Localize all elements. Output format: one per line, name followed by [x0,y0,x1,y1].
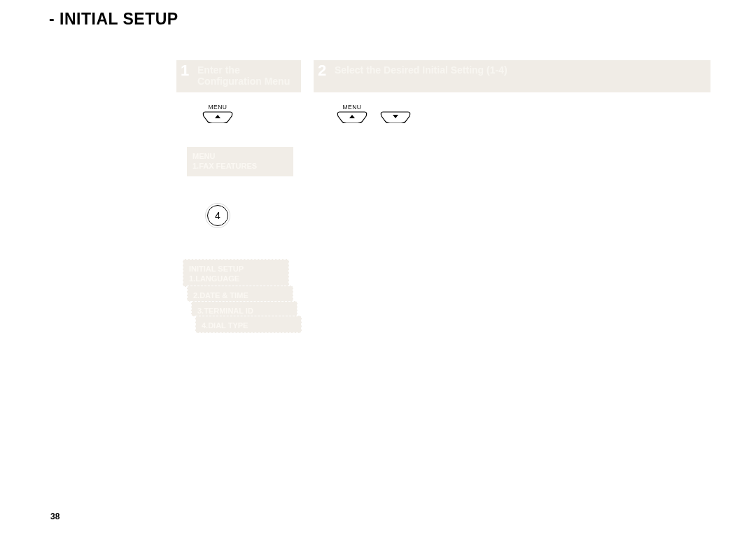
keycap-up-icon [202,111,233,123]
keycap-down-icon [380,111,411,123]
numeric-key-4: 4 [207,205,228,226]
lcd-dial-type: 4.DIAL TYPE [195,316,302,333]
step-1-line1: Enter the [197,64,295,76]
menu-up-button-1: MENU [202,104,233,123]
step-1-header: 1 Enter the Configuration Menu [176,60,301,92]
page-title: - INITIAL SETUP [49,10,178,29]
step-2-line1: Select the Desired Initial Setting (1-4) [335,64,705,76]
lcd-line: MENU [192,151,288,161]
lcd-line: 3.TERMINAL ID [197,306,291,316]
step-2-number: 2 [318,62,326,80]
page-number: 38 [50,512,59,521]
lcd-menu: MENU 1.FAX FEATURES [187,147,293,176]
step-1-number: 1 [181,62,189,80]
lcd-line: INITIAL SETUP [189,264,283,274]
keycap-up-icon [337,111,368,123]
lcd-line: 1.FAX FEATURES [192,161,288,171]
lcd-initial-setup: INITIAL SETUP 1.LANGUAGE [183,259,289,287]
step-2-header: 2 Select the Desired Initial Setting (1-… [314,60,710,92]
lcd-line: 2.DATE & TIME [193,290,287,300]
menu-up-button-2: MENU [337,104,368,123]
menu-label: MENU [202,104,233,111]
menu-label: MENU [337,104,368,111]
step-1-line2: Configuration Menu [197,76,295,87]
lcd-line: 1.LANGUAGE [189,274,283,283]
menu-down-button [380,104,411,123]
lcd-date-time: 2.DATE & TIME [187,286,293,302]
lcd-terminal-id: 3.TERMINAL ID [191,301,298,316]
lcd-line: 4.DIAL TYPE [202,321,295,330]
